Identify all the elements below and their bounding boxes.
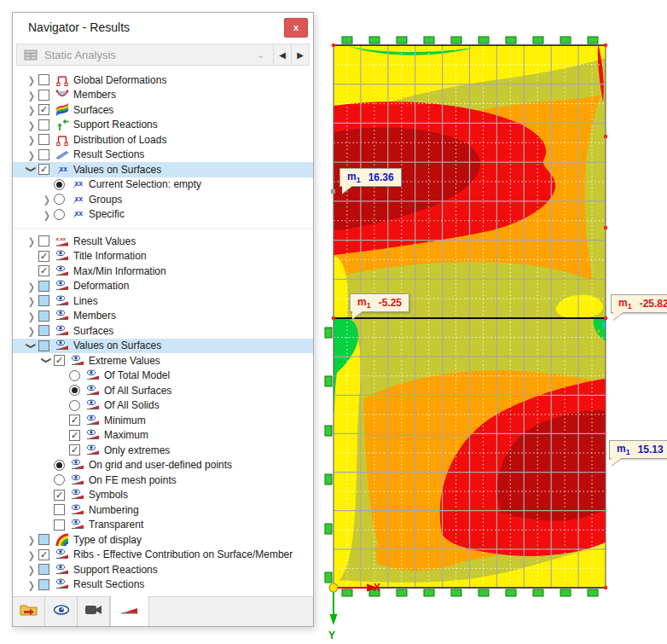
- checkbox-type-of-display[interactable]: [38, 534, 49, 545]
- checkbox-values-on-surfaces[interactable]: ✓: [38, 164, 49, 175]
- radio-of-all-solids[interactable]: [69, 400, 80, 411]
- checkbox-title-information[interactable]: ✓: [38, 251, 49, 262]
- tree-item-on-fe-mesh-points[interactable]: On FE mesh points: [13, 473, 313, 488]
- chevron-collapsed-icon[interactable]: ❯: [25, 311, 38, 321]
- checkbox-result-sections[interactable]: [38, 579, 49, 590]
- tree-item-lines[interactable]: ❯Lines: [13, 293, 313, 309]
- checkbox-extreme-values[interactable]: ✓: [54, 355, 65, 366]
- checkbox-surfaces[interactable]: [38, 325, 49, 336]
- tree-item-only-extremes[interactable]: ✓Only extremes: [13, 443, 313, 458]
- origin-node[interactable]: [329, 583, 338, 592]
- tree-item-result-sections[interactable]: ❯Result Sections: [13, 148, 313, 163]
- chevron-collapsed-icon[interactable]: ❯: [40, 210, 54, 219]
- radio-of-total-model[interactable]: [69, 370, 80, 381]
- tree-item-specific[interactable]: ❯xxSpecific: [13, 207, 313, 223]
- tree-item-surfaces[interactable]: ❯Surfaces: [13, 323, 313, 339]
- checkbox-deformation[interactable]: [38, 281, 49, 292]
- chevron-collapsed-icon[interactable]: ❯: [25, 535, 38, 544]
- tree-item-title-information[interactable]: ✓Title Information: [13, 249, 313, 264]
- chevron-expanded-icon[interactable]: ❯: [40, 356, 54, 365]
- checkbox-numbering[interactable]: [54, 504, 65, 515]
- tree-item-distribution-of-loads[interactable]: ❯Distribution of Loads: [13, 132, 313, 148]
- tree-item-numbering[interactable]: Numbering: [13, 502, 313, 518]
- chevron-collapsed-icon[interactable]: ❯: [25, 150, 38, 160]
- next-arrow-icon[interactable]: ▶: [291, 44, 309, 65]
- checkbox-members[interactable]: [38, 310, 49, 322]
- radio-current-selection-empty[interactable]: [54, 179, 65, 190]
- chevron-collapsed-icon[interactable]: ❯: [25, 580, 38, 589]
- radio-of-all-surfaces[interactable]: [69, 385, 80, 396]
- checkbox-support-reactions[interactable]: [38, 564, 49, 575]
- checkbox-surfaces[interactable]: ✓: [38, 104, 49, 115]
- tree-item-members[interactable]: ❯Members: [13, 309, 313, 324]
- tree-item-deformation[interactable]: ❯Deformation: [13, 279, 313, 294]
- tree-item-result-sections[interactable]: ❯Result Sections: [13, 577, 313, 593]
- tree-item-ribs-effective-contribution-on-surface-member[interactable]: ❯✓Ribs - Effective Contribution on Surfa…: [13, 548, 313, 563]
- checkbox-values-on-surfaces[interactable]: [38, 340, 49, 351]
- chevron-collapsed-icon[interactable]: ❯: [25, 236, 38, 246]
- checkbox-global-deformations[interactable]: [38, 74, 49, 85]
- model-viewport[interactable]: X Y m116.36m1-5.25m1-25.82m115.13: [324, 32, 667, 644]
- contour-plot[interactable]: [324, 32, 667, 644]
- checkbox-maximum[interactable]: ✓: [69, 430, 80, 441]
- checkbox-result-sections[interactable]: [38, 149, 49, 160]
- chevron-collapsed-icon[interactable]: ❯: [25, 326, 38, 335]
- chevron-expanded-icon[interactable]: ❯: [25, 165, 38, 174]
- prev-arrow-icon[interactable]: ◀: [273, 44, 291, 65]
- chevron-expanded-icon[interactable]: ❯: [25, 341, 38, 351]
- tree-item-maximum[interactable]: ✓Maximum: [13, 428, 313, 444]
- tree-item-transparent[interactable]: Transparent: [13, 518, 313, 533]
- chevron-collapsed-icon[interactable]: ❯: [40, 194, 54, 204]
- checkbox-members[interactable]: [38, 90, 49, 101]
- chevron-collapsed-icon[interactable]: ❯: [25, 120, 38, 130]
- tree-item-symbols[interactable]: ✓Symbols: [13, 488, 313, 503]
- radio-on-grid-and-user-defined-points[interactable]: [54, 460, 65, 471]
- chevron-collapsed-icon[interactable]: ❯: [25, 550, 38, 560]
- chevron-collapsed-icon[interactable]: ❯: [25, 296, 38, 305]
- checkbox-max-min-information[interactable]: ✓: [38, 265, 49, 276]
- tree-item-support-reactions[interactable]: ❯Support Reactions: [13, 562, 313, 577]
- tree-item-values-on-surfaces[interactable]: ❯✓xxValues on Surfaces: [13, 162, 313, 177]
- chevron-collapsed-icon[interactable]: ❯: [25, 105, 38, 114]
- chevron-collapsed-icon[interactable]: ❯: [25, 75, 38, 84]
- tab-results-navigator[interactable]: [110, 596, 149, 626]
- chevron-down-icon[interactable]: ⌄: [248, 49, 273, 61]
- checkbox-ribs-effective-contribution-on-surface-member[interactable]: ✓: [38, 549, 49, 560]
- tree-item-current-selection-empty[interactable]: xxCurrent Selection: empty: [13, 177, 313, 193]
- close-button[interactable]: x: [284, 18, 308, 38]
- analysis-selector[interactable]: Static Analysis ⌄ ◀ ▶: [16, 44, 310, 66]
- tree-item-type-of-display[interactable]: ❯Type of display: [13, 532, 313, 548]
- checkbox-lines[interactable]: [38, 295, 49, 306]
- chevron-collapsed-icon[interactable]: ❯: [25, 135, 38, 144]
- tree-item-of-all-solids[interactable]: Of All Solids: [13, 398, 313, 414]
- tree-item-members[interactable]: ❯Members: [13, 88, 313, 103]
- tab-display-navigator[interactable]: [45, 597, 78, 626]
- checkbox-symbols[interactable]: ✓: [54, 490, 65, 501]
- tree-item-global-deformations[interactable]: ❯Global Deformations: [13, 73, 313, 88]
- radio-on-fe-mesh-points[interactable]: [54, 474, 65, 485]
- tree-item-extreme-values[interactable]: ❯✓Extreme Values: [13, 353, 313, 368]
- checkbox-distribution-of-loads[interactable]: [38, 134, 49, 145]
- chevron-collapsed-icon[interactable]: ❯: [25, 281, 38, 291]
- tree-item-of-all-surfaces[interactable]: Of All Surfaces: [13, 383, 313, 398]
- tree-item-of-total-model[interactable]: Of Total Model: [13, 368, 313, 384]
- chevron-collapsed-icon[interactable]: ❯: [25, 565, 38, 574]
- tab-views-navigator[interactable]: [78, 597, 110, 626]
- tree-item-support-reactions[interactable]: ❯Support Reactions: [13, 118, 313, 133]
- tree-item-result-values[interactable]: ❯x.xxResult Values: [13, 234, 313, 249]
- radio-specific[interactable]: [54, 209, 65, 220]
- checkbox-result-values[interactable]: [38, 235, 49, 247]
- checkbox-transparent[interactable]: [54, 519, 65, 531]
- chevron-collapsed-icon[interactable]: ❯: [25, 90, 38, 100]
- tree-item-on-grid-and-user-defined-points[interactable]: On grid and user-defined points: [13, 458, 313, 473]
- checkbox-support-reactions[interactable]: [38, 119, 49, 131]
- checkbox-minimum[interactable]: ✓: [69, 415, 80, 426]
- navigator-titlebar[interactable]: Navigator - Results x: [13, 13, 313, 42]
- radio-groups[interactable]: [54, 194, 65, 205]
- tree-item-minimum[interactable]: ✓Minimum: [13, 413, 313, 428]
- tree-item-values-on-surfaces[interactable]: ❯Values on Surfaces: [13, 339, 313, 354]
- tree-item-surfaces[interactable]: ❯✓Surfaces: [13, 102, 313, 118]
- checkbox-only-extremes[interactable]: ✓: [69, 444, 80, 455]
- tree-item-groups[interactable]: ❯xxGroups: [13, 192, 313, 207]
- tree-item-max-min-information[interactable]: ✓Max/Min Information: [13, 264, 313, 279]
